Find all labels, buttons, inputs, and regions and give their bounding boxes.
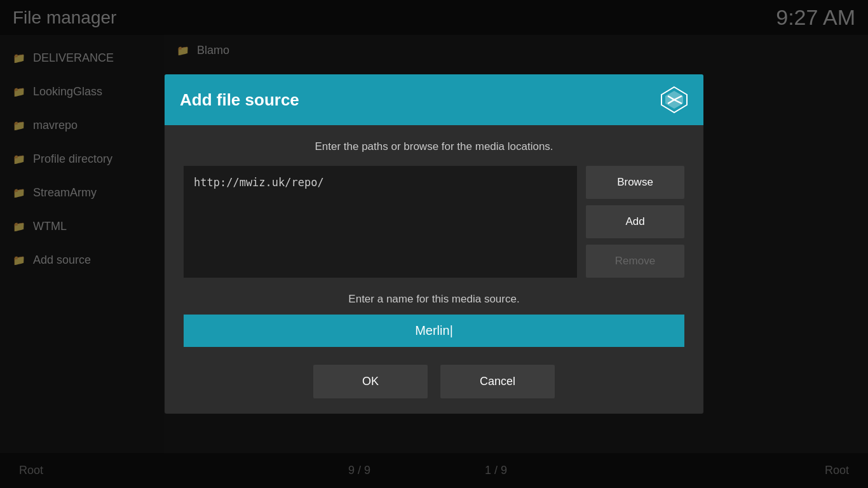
name-instruction: Enter a name for this media source. [184, 293, 684, 306]
path-section: Browse Add Remove [184, 166, 684, 278]
path-buttons: Browse Add Remove [586, 166, 684, 278]
ok-button[interactable]: OK [313, 365, 428, 398]
dialog-footer-buttons: OK Cancel [184, 365, 684, 398]
path-input[interactable] [184, 166, 577, 278]
dialog-body: Enter the paths or browse for the media … [165, 125, 703, 414]
cancel-button[interactable]: Cancel [440, 365, 555, 398]
name-input[interactable] [184, 315, 684, 347]
dialog-title: Add file source [180, 90, 299, 110]
kodi-logo-icon [660, 86, 688, 114]
modal-overlay: Add file source Enter the paths or brows… [0, 0, 868, 488]
add-file-source-dialog: Add file source Enter the paths or brows… [165, 74, 703, 414]
remove-button[interactable]: Remove [586, 245, 684, 278]
add-button[interactable]: Add [586, 205, 684, 238]
dialog-header: Add file source [165, 74, 703, 125]
browse-button[interactable]: Browse [586, 166, 684, 199]
path-instruction: Enter the paths or browse for the media … [184, 140, 684, 153]
